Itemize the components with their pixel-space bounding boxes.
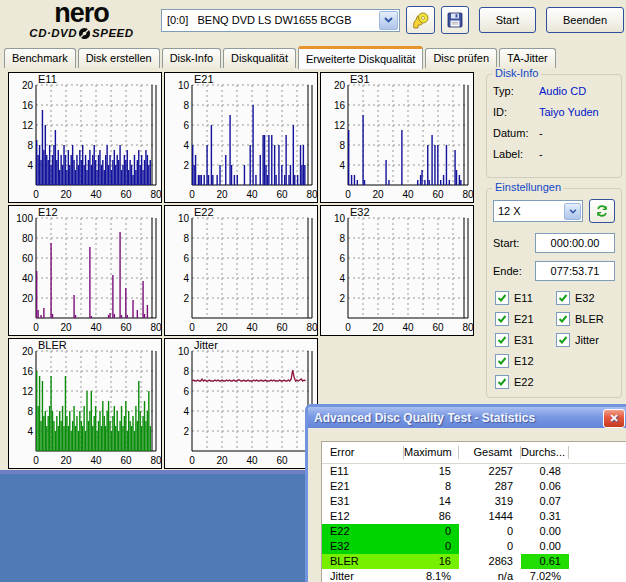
tab-disc-pr-fen[interactable]: Disc prüfen xyxy=(425,48,497,68)
svg-text:12: 12 xyxy=(22,386,34,397)
checkbox-box[interactable] xyxy=(495,375,509,389)
svg-text:40: 40 xyxy=(90,189,102,200)
end-time-input[interactable] xyxy=(535,261,615,281)
end-time-label: Ende: xyxy=(493,265,535,277)
checkbox-box[interactable] xyxy=(495,354,509,368)
tab-ta-jitter[interactable]: TA-Jitter xyxy=(499,48,556,68)
svg-text:20: 20 xyxy=(22,346,34,357)
checkbox-label: BLER xyxy=(575,313,604,325)
disk-info-value: - xyxy=(539,148,543,160)
checkbox-e32[interactable]: E32 xyxy=(556,291,615,305)
svg-text:10: 10 xyxy=(178,213,190,224)
svg-text:8: 8 xyxy=(27,406,33,417)
chart-bler: 48121620020406080BLER xyxy=(8,338,162,469)
checkbox-e11[interactable]: E11 xyxy=(495,291,554,305)
disk-info-value: Taiyo Yuden xyxy=(539,106,599,118)
svg-text:E32: E32 xyxy=(350,206,370,218)
statistics-cell: 0 xyxy=(459,524,521,539)
tab-bar: BenchmarkDisk erstellenDisk-InfoDiskqual… xyxy=(0,40,626,68)
svg-text:4: 4 xyxy=(339,273,345,284)
checkbox-label: E31 xyxy=(514,334,534,346)
disk-info-label: Label: xyxy=(493,148,539,160)
checkbox-bler[interactable]: BLER xyxy=(556,312,615,326)
checkbox-box[interactable] xyxy=(556,333,570,347)
svg-text:40: 40 xyxy=(90,455,102,466)
checkbox-box[interactable] xyxy=(495,312,509,326)
tab-diskqualit-t[interactable]: Diskqualität xyxy=(223,48,296,68)
chevron-down-icon[interactable] xyxy=(564,203,581,220)
checkbox-e22[interactable]: E22 xyxy=(495,375,554,389)
svg-text:4: 4 xyxy=(183,140,189,151)
svg-text:20: 20 xyxy=(60,322,72,333)
svg-text:2: 2 xyxy=(339,293,345,304)
close-button[interactable]: ✕ xyxy=(603,409,625,428)
quit-button[interactable]: Beenden xyxy=(546,7,624,33)
save-button[interactable] xyxy=(441,6,469,34)
checkbox-e31[interactable]: E31 xyxy=(495,333,554,347)
settings-title: Einstellungen xyxy=(492,181,564,193)
checkbox-box[interactable] xyxy=(556,312,570,326)
svg-text:0: 0 xyxy=(33,322,39,333)
statistics-cell: 16 xyxy=(404,554,459,569)
statistics-cell: 0.07 xyxy=(521,494,569,509)
disk-info-row: Typ:Audio CD xyxy=(493,85,615,97)
svg-text:10: 10 xyxy=(178,80,190,91)
checkbox-box[interactable] xyxy=(556,291,570,305)
svg-text:60: 60 xyxy=(120,322,132,333)
nero-logo-text: nero xyxy=(2,0,161,27)
disk-info-title: Disk-Info xyxy=(492,67,541,79)
statistics-cell: 2863 xyxy=(459,554,521,569)
statistics-dialog-titlebar[interactable]: Advanced Disc Quality Test - Statistics … xyxy=(308,407,626,428)
disk-info-rows: Typ:Audio CDID:Taiyo YudenDatum:-Label:- xyxy=(493,85,615,160)
checkbox-e21[interactable]: E21 xyxy=(495,312,554,326)
checkbox-box[interactable] xyxy=(495,333,509,347)
start-button[interactable]: Start xyxy=(479,7,536,33)
tab-disk-info[interactable]: Disk-Info xyxy=(162,48,221,68)
statistics-column-header: Maximum xyxy=(404,446,459,459)
statistics-row-e21: E2182870.06 xyxy=(322,479,626,494)
statistics-cell: 86 xyxy=(404,509,459,524)
checkbox-label: E12 xyxy=(514,355,534,367)
svg-text:20: 20 xyxy=(22,293,34,304)
statistics-cell: 0.31 xyxy=(521,509,569,524)
statistics-cell: 319 xyxy=(459,494,521,509)
speed-select-value: 12 X xyxy=(494,205,563,217)
speed-select[interactable]: 12 X xyxy=(493,200,583,222)
checkbox-e12[interactable]: E12 xyxy=(495,354,554,368)
statistics-row-e11: E111522570.48 xyxy=(322,464,626,479)
tab-erweiterte-diskqualit-t[interactable]: Erweiterte Diskqualität xyxy=(298,46,423,69)
checkbox-label: E21 xyxy=(514,313,534,325)
svg-text:60: 60 xyxy=(120,455,132,466)
svg-text:16: 16 xyxy=(22,366,34,377)
statistics-header-filler xyxy=(569,446,626,459)
checkbox-box[interactable] xyxy=(495,291,509,305)
svg-text:0: 0 xyxy=(189,455,195,466)
chart-e22: 246810020406080E22 xyxy=(164,205,318,336)
chevron-down-icon[interactable] xyxy=(379,11,398,30)
statistics-cell: 0.06 xyxy=(521,479,569,494)
start-time-input[interactable] xyxy=(535,233,615,253)
checkbox-label: Jitter xyxy=(575,334,599,346)
tab-benchmark[interactable]: Benchmark xyxy=(4,48,76,68)
statistics-cell: n/a xyxy=(459,569,521,582)
svg-text:4: 4 xyxy=(27,426,33,437)
refresh-button[interactable] xyxy=(589,199,615,223)
svg-text:E21: E21 xyxy=(194,73,214,85)
tab-disk-erstellen[interactable]: Disk erstellen xyxy=(78,48,160,68)
svg-text:10: 10 xyxy=(334,213,346,224)
checkbox-spacer xyxy=(556,354,615,368)
drive-selector[interactable]: [0:0] BENQ DVD LS DW1655 BCGB xyxy=(161,9,400,32)
svg-text:20: 20 xyxy=(372,322,384,333)
statistics-cell: 2257 xyxy=(459,464,521,479)
svg-text:6: 6 xyxy=(183,253,189,264)
svg-text:8: 8 xyxy=(339,140,345,151)
statistics-cell: 7.02% xyxy=(521,569,569,582)
disk-info-value: - xyxy=(539,127,543,139)
svg-text:E22: E22 xyxy=(194,206,214,218)
svg-text:0: 0 xyxy=(33,189,39,200)
svg-text:0: 0 xyxy=(189,322,195,333)
side-panel: Disk-Info Typ:Audio CDID:Taiyo YudenDatu… xyxy=(486,74,622,430)
eject-disc-button[interactable] xyxy=(406,6,434,34)
statistics-dialog-title: Advanced Disc Quality Test - Statistics xyxy=(314,411,535,425)
checkbox-jitter[interactable]: Jitter xyxy=(556,333,615,347)
